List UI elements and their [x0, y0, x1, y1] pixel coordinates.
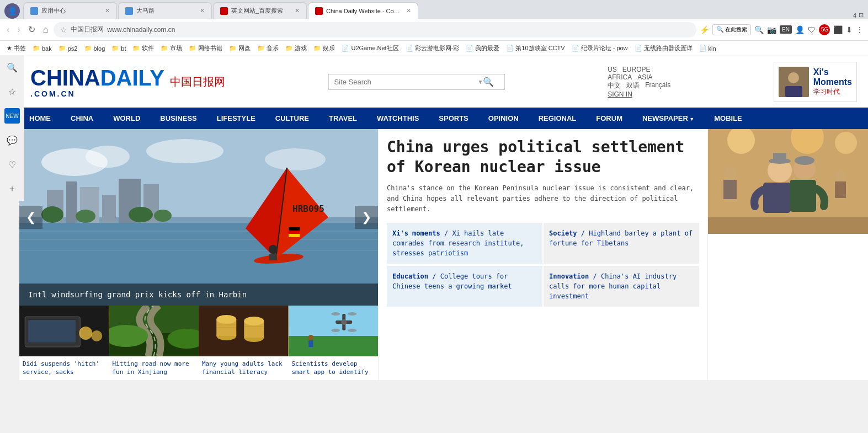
bookmark-bak[interactable]: 📁 bak [30, 44, 54, 53]
sign-in-link[interactable]: SIGN IN [608, 90, 670, 98]
tab-close-dama[interactable]: ✕ [200, 7, 205, 14]
bookmark-u2game[interactable]: 📄 U2Game.Net社区 [339, 43, 401, 54]
svg-rect-64 [308, 340, 313, 347]
sidebar-heart-icon[interactable]: ♡ [4, 157, 20, 172]
nav-newspaper[interactable]: NEWSPAPER [632, 108, 704, 129]
extension-button-1[interactable]: ⚡ [700, 25, 709, 34]
search-input[interactable] [334, 78, 478, 86]
nav-lifestyle[interactable]: LIFESTYLE [207, 108, 265, 129]
thumb-2[interactable]: Hitting road now more fun in Xinjiang [109, 306, 199, 380]
bookmark-ps2[interactable]: 📁 ps2 [56, 44, 80, 53]
category-2[interactable]: Society [549, 229, 577, 237]
profile-button[interactable]: 👤 [795, 25, 805, 34]
search-button[interactable]: 🔍 [754, 25, 764, 34]
extension-button-3[interactable]: 5G [819, 24, 830, 35]
window-control-icon[interactable]: ⊡ [859, 12, 864, 19]
region-asia[interactable]: ASIA [637, 73, 652, 81]
category-3[interactable]: Education [392, 272, 428, 280]
bookmark-netbook[interactable]: 📁 网络书籍 [187, 43, 225, 54]
extension-button-4[interactable]: ⬛ [833, 25, 843, 34]
bookmark-bt[interactable]: 📁 bt [109, 44, 128, 53]
main-headline[interactable]: China urges political settlement of Kore… [387, 137, 699, 178]
forward-button[interactable]: › [15, 23, 22, 37]
sidebar-search-icon[interactable]: 🔍 [4, 60, 20, 75]
search-engine-button[interactable]: 🔍 在此搜索 [712, 24, 751, 35]
sidebar-add-icon[interactable]: ＋ [4, 181, 20, 196]
bookmark-favorites[interactable]: 📄 我的最爱 [464, 43, 502, 54]
region-europe[interactable]: EUROPE [622, 66, 651, 73]
region-fr[interactable]: Français [645, 81, 670, 90]
bookmark-games[interactable]: 📁 游戏 [283, 43, 309, 54]
region-us[interactable]: US [608, 66, 617, 73]
thumb-4[interactable]: Scientists develop smart app to identify [289, 306, 379, 380]
nav-business[interactable]: BUSINESS [150, 108, 206, 129]
logo-china: CHINA [30, 66, 100, 90]
reload-button[interactable]: ↻ [26, 22, 38, 37]
tab-close-app[interactable]: ✕ [105, 7, 110, 14]
region-bilingual[interactable]: 双语 [626, 81, 640, 90]
nav-regional[interactable]: REGIONAL [529, 108, 587, 129]
bookmark-cctv[interactable]: 📄 第10放映室 CCTV [504, 43, 567, 54]
xi-moments-widget[interactable]: Xi's Moments 学习时代 [774, 62, 857, 102]
tab-app-center[interactable]: 应用中心 ✕ [23, 2, 117, 19]
nav-sports[interactable]: SPORTS [429, 108, 478, 129]
download-button[interactable]: ⬇ [846, 25, 853, 34]
bookmark-star-icon[interactable]: ★ 书签 [4, 43, 28, 54]
nav-culture[interactable]: CULTURE [265, 108, 319, 129]
address-bar[interactable]: ☆ 中国日报网 www.chinadaily.com.cn [54, 22, 696, 38]
extension-button-2[interactable]: 🛡 [808, 25, 816, 34]
search-bar[interactable]: ▼ 🔍 [328, 74, 505, 90]
hugging-svg [708, 129, 868, 234]
back-button[interactable]: ‹ [4, 23, 12, 37]
category-4[interactable]: Innovation [549, 272, 589, 280]
thumb-1[interactable]: Didi suspends 'hitch' service, sacks [19, 306, 109, 380]
bookmark-kin[interactable]: 📄 kin [697, 44, 718, 53]
svg-rect-30 [269, 254, 277, 260]
search-submit-button[interactable]: 🔍 [483, 77, 494, 87]
bookmark-blog[interactable]: 📁 blog [82, 44, 108, 53]
menu-button[interactable]: ⋮ [856, 25, 864, 34]
tab-chinadaily[interactable]: China Daily Website - Conne ✕ [308, 2, 418, 19]
hero-prev-button[interactable]: ❮ [19, 206, 42, 229]
tab-close-baidu[interactable]: ✕ [295, 7, 300, 14]
region-africa[interactable]: AFRICA [608, 73, 632, 81]
nav-forum[interactable]: FORUM [586, 108, 632, 129]
category-1[interactable]: Xi's moments [392, 229, 440, 237]
nav-china[interactable]: CHINA [61, 108, 103, 129]
svg-rect-31 [289, 227, 300, 231]
bookmark-caiyun[interactable]: 📄 彩云游电影网-彩 [403, 43, 462, 54]
region-cn[interactable]: 中文 [608, 81, 621, 90]
nav-travel[interactable]: TRAVEL [319, 108, 367, 129]
bookmark-music[interactable]: 📁 音乐 [255, 43, 281, 54]
nav-world[interactable]: WORLD [103, 108, 150, 129]
sidebar-new-icon[interactable]: NEW [4, 108, 20, 124]
bookmark-label-9: 网盘 [238, 44, 251, 52]
hero-next-button[interactable]: ❯ [355, 206, 378, 229]
region-row-3: 中文 双语 Français [608, 81, 670, 90]
nav-mobile[interactable]: MOBILE [704, 108, 752, 129]
bookmark-router[interactable]: 📄 无线路由器设置详 [632, 43, 695, 54]
translate-button[interactable]: EN [780, 25, 792, 34]
bookmark-software[interactable]: 📁 软件 [130, 43, 156, 54]
nav-watchthis[interactable]: WATCHTHIS [367, 108, 429, 129]
tab-baidu[interactable]: 英文网站_百度搜索 ✕ [213, 2, 307, 19]
separator-4: / [593, 272, 600, 280]
home-button[interactable]: ⌂ [41, 23, 51, 37]
screenshot-button[interactable]: 📷 [767, 25, 776, 34]
bookmark-docs[interactable]: 📄 纪录片论坛 - pow [569, 43, 630, 54]
sidebar-chat-icon[interactable]: 💬 [4, 132, 20, 148]
bookmark-entertainment[interactable]: 📁 娱乐 [311, 43, 337, 54]
thumb-image-4 [289, 306, 379, 356]
tab-dama[interactable]: 大马路 ✕ [118, 2, 212, 19]
nav-opinion[interactable]: OPINION [478, 108, 529, 129]
svg-rect-33 [289, 234, 300, 237]
search-icon: 🔍 [716, 26, 724, 33]
bookmark-market[interactable]: 📁 市场 [158, 43, 184, 54]
bookmark-netdisk[interactable]: 📁 网盘 [227, 43, 253, 54]
search-dropdown-arrow[interactable]: ▼ [478, 79, 483, 85]
folder-icon-5: 📁 [132, 45, 140, 52]
nav-home[interactable]: HOME [19, 108, 61, 129]
sidebar-bookmark-icon[interactable]: ☆ [4, 84, 20, 99]
thumb-3[interactable]: Many young adults lack financial literac… [199, 306, 289, 380]
tab-close-cd[interactable]: ✕ [406, 7, 411, 14]
